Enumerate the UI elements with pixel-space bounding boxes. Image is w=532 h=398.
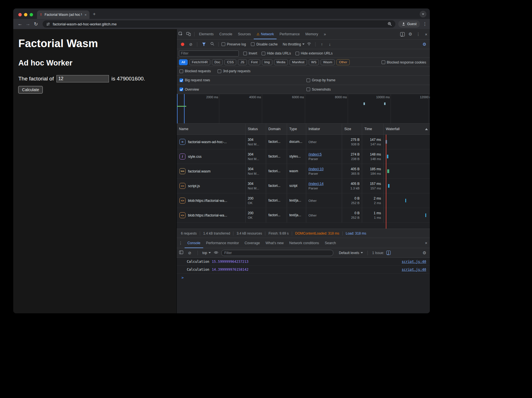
close-drawer-icon[interactable]: ×	[422, 240, 430, 245]
column-header-type[interactable]: Type	[287, 124, 306, 134]
blocked-requests-checkbox[interactable]: Blocked requests	[179, 69, 211, 73]
chip-all[interactable]: All	[179, 59, 188, 65]
address-bar[interactable]: factorial-wasm-ad-hoc-worker.glitch.me	[43, 20, 395, 28]
device-toolbar-icon[interactable]	[185, 32, 192, 37]
checkbox[interactable]	[218, 69, 221, 73]
checkbox[interactable]	[179, 69, 183, 73]
chip-wasm[interactable]: Wasm	[321, 59, 335, 65]
initiator-link[interactable]: (index):5	[308, 153, 322, 156]
table-row[interactable]: <>blob:https://factorial-wa... 200OK fac…	[177, 193, 430, 208]
console-message[interactable]: Calculation 14.399999976158142 script.js…	[177, 266, 430, 274]
network-settings-gear-icon[interactable]: ⚙	[421, 42, 428, 47]
checkbox[interactable]	[295, 52, 299, 55]
console-filter-input[interactable]	[221, 250, 333, 256]
chip-doc[interactable]: Doc	[212, 59, 223, 65]
hide-extension-urls-checkbox[interactable]: Hide extension URLs	[295, 51, 333, 55]
network-overview-timeline[interactable]: 2000 ms 4000 ms 6000 ms 8000 ms 10000 ms…	[177, 94, 430, 124]
checkbox-checked[interactable]	[179, 88, 183, 91]
drawer-tab-performance-monitor[interactable]: Performance monitor	[203, 238, 242, 248]
tab-elements[interactable]: Elements	[196, 29, 216, 39]
invert-checkbox[interactable]: Invert	[243, 51, 257, 55]
column-header-status[interactable]: Status	[245, 124, 266, 134]
tab-console[interactable]: Console	[216, 29, 235, 39]
zoom-icon[interactable]	[387, 22, 392, 26]
big-request-rows-checkbox[interactable]: Big request rows	[179, 78, 210, 82]
chip-manifest[interactable]: Manifest	[290, 59, 307, 65]
network-filter-input[interactable]	[179, 51, 239, 56]
checkbox[interactable]	[306, 88, 310, 91]
console-prompt[interactable]: >	[177, 274, 430, 280]
drawer-tab-search[interactable]: Search	[322, 238, 339, 248]
column-header-domain[interactable]: Domain	[266, 124, 287, 134]
console-settings-gear-icon[interactable]: ⚙	[421, 250, 428, 255]
chip-css[interactable]: CSS	[224, 59, 236, 65]
back-button[interactable]: ←	[16, 21, 24, 27]
inspect-element-icon[interactable]	[177, 32, 185, 37]
checkbox[interactable]	[251, 42, 255, 46]
hide-data-urls-checkbox[interactable]: Hide data URLs	[262, 51, 291, 55]
settings-gear-icon[interactable]: ⚙	[406, 32, 414, 37]
filter-funnel-icon[interactable]	[202, 43, 206, 46]
forward-button[interactable]: →	[24, 21, 32, 27]
group-by-frame-checkbox[interactable]: Group by frame	[306, 76, 335, 85]
third-party-requests-checkbox[interactable]: 3rd-party requests	[218, 69, 250, 73]
overview-checkbox[interactable]: Overview	[179, 88, 199, 91]
checkbox-checked[interactable]	[179, 78, 183, 82]
tab-memory[interactable]: Memory	[303, 29, 321, 39]
checkbox[interactable]	[262, 52, 265, 55]
close-window-button[interactable]	[18, 13, 22, 16]
chip-other[interactable]: Other	[336, 59, 350, 65]
reload-button[interactable]: ↻	[32, 21, 40, 27]
checkbox[interactable]	[222, 42, 225, 46]
table-row[interactable]: WAfactorial.wasm 304Not M... factori... …	[177, 164, 430, 179]
checkbox[interactable]	[306, 78, 310, 82]
drawer-menu-icon[interactable]: ⋮	[177, 241, 185, 245]
chip-js[interactable]: JS	[238, 59, 247, 65]
chip-img[interactable]: Img	[262, 59, 272, 65]
table-row[interactable]: <>script.js 304Not M... factori... scrip…	[177, 179, 430, 193]
log-levels-dropdown[interactable]: Default levels	[339, 251, 363, 255]
site-settings-icon[interactable]	[46, 22, 50, 26]
zoom-window-button[interactable]	[30, 13, 33, 16]
table-row[interactable]: /style.css 304Not M... factori... styles…	[177, 149, 430, 164]
source-link[interactable]: script.js:40	[402, 268, 426, 272]
chip-font[interactable]: Font	[249, 59, 260, 65]
table-row[interactable]: <>blob:https://factorial-wa... 200OK fac…	[177, 208, 430, 223]
checkbox[interactable]	[243, 52, 247, 55]
console-message[interactable]: Calculation 15.599999964237213 script.js…	[177, 258, 430, 266]
column-header-initiator[interactable]: Initiator	[306, 124, 342, 134]
record-network-log-button[interactable]	[181, 43, 184, 46]
minimize-window-button[interactable]	[24, 13, 27, 16]
calculate-button[interactable]: Calculate	[18, 86, 43, 93]
drawer-tab-network-conditions[interactable]: Network conditions	[286, 238, 322, 248]
initiator-link[interactable]: (index):14	[308, 182, 323, 186]
search-icon[interactable]	[209, 42, 216, 47]
clear-network-log-icon[interactable]: ⊘	[187, 42, 194, 47]
browser-tab[interactable]: ! Factorial Wasm (ad hoc Work ×	[37, 10, 89, 19]
tab-performance[interactable]: Performance	[277, 29, 303, 39]
tab-network[interactable]: ⚠ Network	[254, 29, 277, 39]
table-row[interactable]: ≡factorial-wasm-ad-hoc-... 304Not M... f…	[177, 135, 430, 149]
tab-close-icon[interactable]: ×	[84, 13, 87, 17]
disable-cache-checkbox[interactable]: Disable cache	[251, 42, 277, 46]
chip-media[interactable]: Media	[274, 59, 288, 65]
chip-ws[interactable]: WS	[309, 59, 319, 65]
show-console-sidebar-icon[interactable]	[179, 250, 183, 255]
column-header-waterfall[interactable]: Waterfall	[383, 124, 430, 134]
chip-fetch-xhr[interactable]: Fetch/XHR	[189, 59, 210, 65]
devtools-menu-icon[interactable]: ⋮	[414, 32, 422, 36]
tab-sources[interactable]: Sources	[235, 29, 254, 39]
tab-search-button[interactable]	[420, 11, 426, 18]
blocked-response-cookies-checkbox[interactable]: Blocked response cookies	[382, 60, 426, 64]
drawer-tab-coverage[interactable]: Coverage	[242, 238, 263, 248]
execution-context-dropdown[interactable]: top	[202, 251, 211, 255]
profile-badge[interactable]: Guest	[398, 20, 420, 28]
issues-counter[interactable]: 1 Issue: 1	[372, 251, 391, 255]
column-header-name[interactable]: Name	[177, 124, 245, 134]
column-header-time[interactable]: Time	[362, 124, 383, 134]
factorial-input[interactable]	[56, 75, 109, 82]
drawer-tab-whats-new[interactable]: What's new	[263, 238, 286, 248]
issues-bubble[interactable]: 1	[399, 32, 406, 36]
column-header-size[interactable]: Size	[342, 124, 362, 134]
screenshots-checkbox[interactable]: Screenshots	[306, 85, 331, 94]
